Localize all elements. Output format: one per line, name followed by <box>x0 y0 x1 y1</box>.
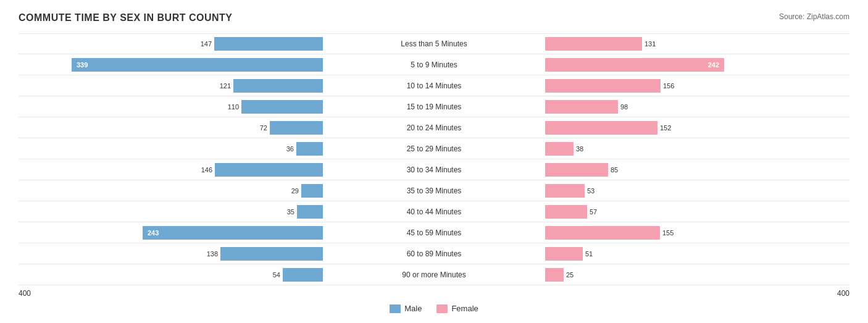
male-value: 72 <box>260 124 270 132</box>
female-value: 155 <box>662 229 674 237</box>
bar-female <box>545 163 608 177</box>
bar-male: 339 <box>72 58 323 72</box>
male-value-inside: 339 <box>77 61 88 69</box>
bar-male <box>214 37 323 51</box>
chart-row: 146 30 to 34 Minutes 85 <box>19 159 849 180</box>
bar-male <box>241 100 323 114</box>
chart-row: 110 15 to 19 Minutes 98 <box>19 96 849 117</box>
male-value: 35 <box>287 208 297 216</box>
row-label: Less than 5 Minutes <box>401 40 467 48</box>
bar-female <box>545 247 583 261</box>
bar-female <box>545 226 660 240</box>
female-value: 25 <box>566 271 574 279</box>
row-label: 45 to 59 Minutes <box>407 229 462 237</box>
bar-female: 242 <box>545 58 724 72</box>
row-label: 30 to 34 Minutes <box>407 166 462 174</box>
source-label: Source: ZipAtlas.com <box>779 12 849 21</box>
row-label: 25 to 29 Minutes <box>407 145 462 153</box>
female-value: 53 <box>587 187 595 195</box>
bar-male <box>301 184 323 198</box>
female-swatch <box>436 304 448 313</box>
male-label: Male <box>404 304 422 313</box>
male-value-inside: 243 <box>148 229 159 237</box>
bar-female <box>545 205 587 219</box>
male-value: 121 <box>220 82 233 90</box>
female-value: 98 <box>620 103 628 111</box>
axis-left: 400 <box>19 289 31 298</box>
chart-row: 339 5 to 9 Minutes 242 <box>19 54 849 75</box>
chart-row: 138 60 to 89 Minutes 51 <box>19 243 849 264</box>
male-swatch <box>390 304 401 313</box>
row-label: 10 to 14 Minutes <box>407 82 462 90</box>
bar-male <box>270 121 323 135</box>
bar-male <box>296 142 323 156</box>
bar-male <box>297 205 323 219</box>
chart-row: 29 35 to 39 Minutes 53 <box>19 180 849 201</box>
row-label: 40 to 44 Minutes <box>407 208 462 216</box>
bar-female <box>545 142 574 156</box>
chart-row: 243 45 to 59 Minutes 155 <box>19 222 849 243</box>
chart-row: 147 Less than 5 Minutes 131 <box>19 33 849 54</box>
row-label: 35 to 39 Minutes <box>407 187 462 195</box>
male-value: 29 <box>291 187 301 195</box>
female-value: 51 <box>585 250 593 258</box>
chart-area: 147 Less than 5 Minutes 131 <box>19 33 849 285</box>
female-value-inside: 242 <box>708 61 719 69</box>
male-value: 147 <box>201 40 214 48</box>
bar-male <box>215 163 323 177</box>
bar-male: 243 <box>143 226 323 240</box>
bar-male <box>220 247 323 261</box>
chart-row: 54 90 or more Minutes 25 <box>19 264 849 285</box>
row-label: 90 or more Minutes <box>402 271 465 279</box>
male-value: 110 <box>228 103 241 111</box>
male-value: 54 <box>273 271 283 279</box>
chart-title: COMMUTE TIME BY SEX IN BURT COUNTY <box>19 12 233 23</box>
row-label: 15 to 19 Minutes <box>407 103 462 111</box>
bar-female <box>545 100 618 114</box>
bar-female <box>545 121 657 135</box>
row-label: 5 to 9 Minutes <box>411 61 457 69</box>
bar-male <box>283 268 323 282</box>
female-value: 131 <box>645 40 656 48</box>
male-value: 138 <box>207 250 220 258</box>
female-value: 152 <box>660 124 671 132</box>
bar-female <box>545 79 661 93</box>
chart-row: 72 20 to 24 Minutes 152 <box>19 117 849 138</box>
female-label: Female <box>451 304 478 313</box>
male-value: 36 <box>286 145 296 153</box>
female-value: 57 <box>590 208 597 216</box>
row-label: 60 to 89 Minutes <box>407 250 462 258</box>
legend: Male Female <box>19 304 849 313</box>
chart-row: 35 40 to 44 Minutes 57 <box>19 201 849 222</box>
axis-labels: 400 400 <box>19 289 849 298</box>
female-value: 156 <box>663 82 674 90</box>
bar-male <box>233 79 323 93</box>
male-value: 146 <box>201 166 215 174</box>
row-label: 20 to 24 Minutes <box>407 124 462 132</box>
legend-male: Male <box>390 304 422 313</box>
bar-female <box>545 184 585 198</box>
bar-female <box>545 268 564 282</box>
female-value: 85 <box>611 166 618 174</box>
female-value: 38 <box>576 145 583 153</box>
chart-row: 121 10 to 14 Minutes 156 <box>19 75 849 96</box>
chart-row: 36 25 to 29 Minutes 38 <box>19 138 849 159</box>
legend-female: Female <box>436 304 478 313</box>
axis-right: 400 <box>837 289 849 298</box>
bar-female <box>545 37 642 51</box>
